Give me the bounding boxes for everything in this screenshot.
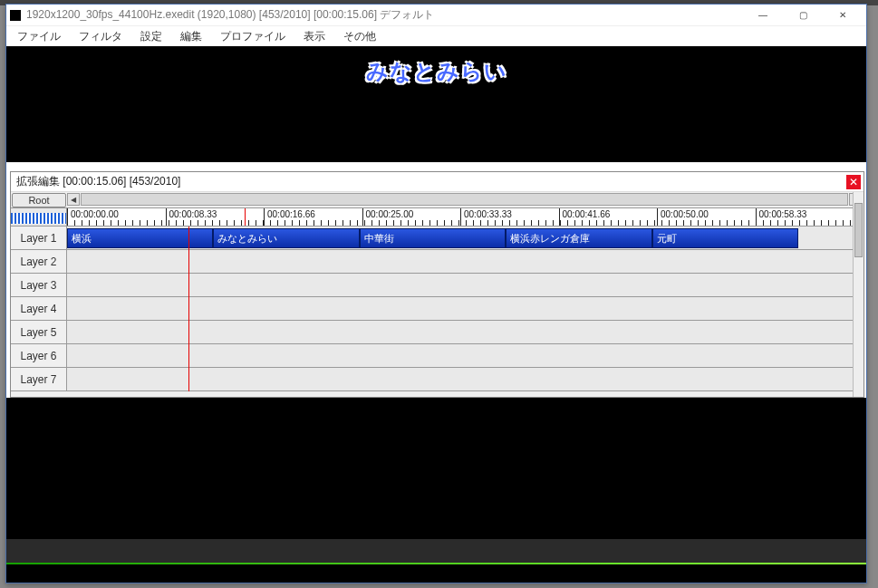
- minimize-icon: ―: [758, 10, 767, 20]
- timeline-clip[interactable]: みなとみらい: [213, 228, 359, 248]
- timescale-row: 00:00:00.0000:00:08.3300:00:16.6600:00:2…: [11, 208, 864, 227]
- layer-row: Layer 3: [11, 274, 864, 297]
- menu-settings[interactable]: 設定: [133, 27, 169, 46]
- ruler-minor-ticks: [67, 220, 863, 226]
- menu-other[interactable]: その他: [336, 27, 383, 46]
- playhead[interactable]: [245, 208, 246, 226]
- status-bar: [6, 539, 866, 563]
- close-icon: ✕: [849, 177, 858, 188]
- main-window: 1920x1200_30fps_44100Hz.exedit (1920,108…: [5, 4, 867, 583]
- layer-row: Layer 5: [11, 321, 864, 344]
- timeline-panel: 拡張編集 [00:00:15.06] [453/2010] ✕ Root ◀ ▶: [10, 171, 864, 398]
- layer-row: Layer 1横浜みなとみらい中華街横浜赤レンガ倉庫元町: [11, 227, 864, 250]
- vscroll-thumb[interactable]: [854, 203, 863, 257]
- playhead[interactable]: [188, 227, 189, 391]
- ruler-label: 00:00:08.33: [169, 209, 217, 219]
- layer-label[interactable]: Layer 4: [11, 297, 67, 320]
- timeline-clip[interactable]: 元町: [652, 228, 798, 248]
- menu-filter[interactable]: フィルタ: [72, 27, 130, 46]
- layer-row: Layer 7: [11, 368, 864, 391]
- layer-row: Layer 4: [11, 297, 864, 321]
- maximize-icon: ▢: [799, 10, 807, 20]
- timeline-clip[interactable]: 中華街: [360, 228, 506, 248]
- menu-file[interactable]: ファイル: [10, 27, 68, 46]
- track-area: Layer 1横浜みなとみらい中華街横浜赤レンガ倉庫元町Layer 2Layer…: [11, 227, 864, 391]
- timeline-hscroll[interactable]: ◀ ▶: [66, 192, 864, 207]
- layer-label[interactable]: Layer 2: [11, 250, 67, 273]
- maximize-button[interactable]: ▢: [783, 5, 823, 25]
- menubar: ファイル フィルタ 設定 編集 プロファイル 表示 その他: [6, 26, 866, 46]
- hscroll-left-arrow[interactable]: ◀: [67, 193, 80, 206]
- ruler-label: 00:00:25.00: [366, 209, 414, 219]
- minimize-button[interactable]: ―: [743, 5, 783, 25]
- video-preview[interactable]: みなとみらい: [6, 46, 866, 162]
- preview-overlay-text: みなとみらい: [366, 57, 507, 86]
- ruler-label: 00:00:33.33: [464, 209, 512, 219]
- preview-lower-black: [6, 398, 866, 583]
- layer-row: Layer 6: [11, 344, 864, 368]
- timeline-body: Root ◀ ▶ 00:00:00.0000:00:08.3300:00:16.…: [11, 192, 864, 397]
- layer-track[interactable]: [67, 321, 864, 343]
- layer-label[interactable]: Layer 5: [11, 321, 67, 343]
- layer-track[interactable]: [67, 250, 864, 273]
- ruler-label: 00:00:41.66: [563, 209, 611, 219]
- titlebar[interactable]: 1920x1200_30fps_44100Hz.exedit (1920,108…: [6, 5, 866, 26]
- menu-edit[interactable]: 編集: [173, 27, 209, 46]
- hscroll-thumb[interactable]: [81, 193, 848, 206]
- progress-line: [6, 563, 866, 564]
- ruler-label: 00:00:00.00: [71, 209, 119, 219]
- layer-label[interactable]: Layer 6: [11, 344, 67, 367]
- layer-track[interactable]: 横浜みなとみらい中華街横浜赤レンガ倉庫元町: [67, 227, 864, 249]
- timeline-vscroll[interactable]: [853, 192, 864, 397]
- scale-indicator[interactable]: [11, 208, 67, 226]
- window-title: 1920x1200_30fps_44100Hz.exedit (1920,108…: [26, 7, 743, 23]
- timeline-header[interactable]: 拡張編集 [00:00:15.06] [453/2010] ✕: [11, 172, 864, 192]
- close-icon: ✕: [839, 10, 846, 20]
- ruler-label: 00:00:58.33: [759, 209, 807, 219]
- time-ruler[interactable]: 00:00:00.0000:00:08.3300:00:16.6600:00:2…: [67, 208, 864, 226]
- timeline-title: 拡張編集 [00:00:15.06] [453/2010]: [16, 174, 180, 189]
- layer-row: Layer 2: [11, 250, 864, 274]
- layer-track[interactable]: [67, 274, 864, 296]
- ruler-label: 00:00:50.00: [661, 209, 709, 219]
- timeline-close-button[interactable]: ✕: [846, 175, 861, 189]
- ruler-label: 00:00:16.66: [267, 209, 315, 219]
- layer-label[interactable]: Layer 1: [11, 227, 67, 249]
- app-icon: [10, 10, 21, 21]
- close-button[interactable]: ✕: [823, 5, 863, 25]
- layer-label[interactable]: Layer 7: [11, 368, 67, 390]
- scale-stripes-icon: [11, 213, 66, 224]
- timeline-clip[interactable]: 横浜: [67, 228, 213, 248]
- layer-track[interactable]: [67, 368, 864, 390]
- layer-label[interactable]: Layer 3: [11, 274, 67, 296]
- root-row: Root ◀ ▶: [11, 192, 864, 208]
- layer-track[interactable]: [67, 297, 864, 320]
- menu-profile[interactable]: プロファイル: [213, 27, 293, 46]
- layer-track[interactable]: [67, 344, 864, 367]
- menu-view[interactable]: 表示: [296, 27, 333, 46]
- timeline-clip[interactable]: 横浜赤レンガ倉庫: [506, 228, 651, 248]
- root-button[interactable]: Root: [12, 193, 66, 207]
